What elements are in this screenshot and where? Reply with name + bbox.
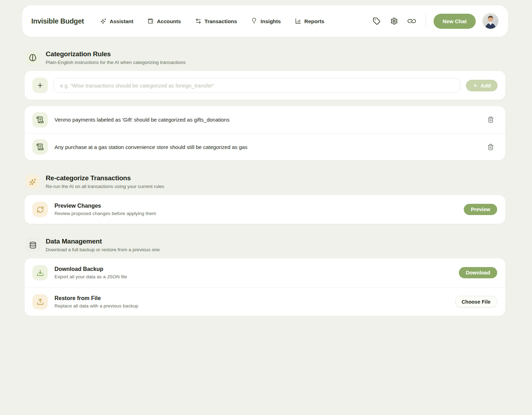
nav-item-transactions[interactable]: Transactions: [195, 18, 237, 24]
plus-icon: [32, 78, 48, 93]
row-title: Preview Changes: [55, 203, 457, 209]
download-backup-row: Download Backup Export all your data as …: [25, 258, 505, 287]
trash-icon: [487, 144, 494, 150]
nav-label: Accounts: [157, 18, 181, 24]
section-subtitle: Download a full backup or restore from a…: [46, 247, 160, 252]
rules-list: Venmo payments labeled as 'Gift' should …: [25, 106, 505, 160]
rule-text: Any purchase at a gas station convenienc…: [55, 144, 478, 150]
row-subtitle: Replace all data with a previous backup: [55, 303, 448, 309]
delete-rule-button[interactable]: [485, 141, 496, 153]
rule-row: Any purchase at a gas station convenienc…: [25, 133, 505, 160]
section-title: Categorization Rules: [46, 50, 186, 58]
tag-icon[interactable]: [370, 14, 383, 28]
refresh-icon: [32, 202, 48, 217]
nav-item-accounts[interactable]: Accounts: [147, 18, 181, 24]
settings-page: Categorization Rules Plain-English instr…: [0, 50, 532, 316]
new-rule-input[interactable]: [53, 78, 460, 93]
sparkles-icon: [26, 175, 40, 189]
plus-icon: [473, 83, 478, 88]
scroll-icon: [32, 139, 48, 155]
nav-item-assistant[interactable]: Assistant: [100, 18, 134, 24]
nav-item-reports[interactable]: Reports: [295, 18, 325, 24]
database-icon: [26, 238, 40, 252]
link-icon[interactable]: [405, 14, 418, 28]
brain-icon: [26, 51, 40, 65]
rule-text: Venmo payments labeled as 'Gift' should …: [55, 117, 478, 123]
lightbulb-icon: [251, 18, 257, 24]
arrows-left-right-icon: [195, 18, 201, 24]
add-button-label: Add: [481, 83, 491, 89]
download-icon: [32, 265, 48, 280]
recategorize-section-header: Re-categorize Transactions Re-run the AI…: [26, 174, 505, 189]
bar-chart-icon: [295, 18, 301, 24]
scroll-icon: [32, 112, 48, 128]
upload-icon: [32, 294, 48, 310]
section-title: Re-categorize Transactions: [46, 174, 164, 182]
recategorize-card: Preview Changes Review proposed changes …: [25, 195, 505, 224]
row-title: Restore from File: [55, 295, 448, 301]
wallet-icon: [147, 18, 154, 24]
row-title: Download Backup: [55, 266, 452, 272]
sparkles-icon: [100, 18, 107, 24]
row-subtitle: Export all your data as a JSON file: [55, 274, 452, 279]
header-divider: [425, 13, 426, 29]
delete-rule-button[interactable]: [485, 114, 496, 126]
gear-icon[interactable]: [387, 14, 401, 28]
main-nav: Assistant Accounts Transactions Insights…: [100, 18, 325, 24]
categorization-section-header: Categorization Rules Plain-English instr…: [26, 50, 505, 65]
restore-from-file-row: Restore from File Replace all data with …: [25, 287, 505, 316]
nav-label: Assistant: [110, 18, 134, 24]
section-subtitle: Plain-English instructions for the AI wh…: [46, 60, 186, 65]
choose-file-button[interactable]: Choose File: [455, 296, 497, 308]
nav-item-insights[interactable]: Insights: [251, 18, 281, 24]
data-management-card: Download Backup Export all your data as …: [25, 258, 505, 316]
section-title: Data Management: [46, 238, 160, 245]
user-avatar[interactable]: [482, 13, 499, 30]
app-logo[interactable]: Invisible Budget: [31, 17, 84, 25]
new-chat-button[interactable]: New Chat: [434, 14, 476, 29]
nav-label: Reports: [305, 18, 325, 24]
trash-icon: [487, 116, 494, 123]
data-management-section-header: Data Management Download a full backup o…: [26, 238, 505, 252]
top-navbar: Invisible Budget Assistant Accounts Tran…: [22, 5, 508, 37]
add-rule-card: Add: [25, 71, 505, 100]
add-rule-button[interactable]: Add: [466, 80, 498, 91]
nav-label: Transactions: [205, 18, 237, 24]
rule-row: Venmo payments labeled as 'Gift' should …: [25, 106, 505, 133]
row-subtitle: Review proposed changes before applying …: [55, 211, 457, 216]
download-button[interactable]: Download: [459, 267, 497, 278]
preview-changes-row: Preview Changes Review proposed changes …: [25, 195, 505, 224]
preview-button[interactable]: Preview: [464, 204, 497, 215]
section-subtitle: Re-run the AI on all transactions using …: [46, 184, 164, 189]
header-actions: New Chat: [370, 13, 499, 30]
nav-label: Insights: [261, 18, 281, 24]
